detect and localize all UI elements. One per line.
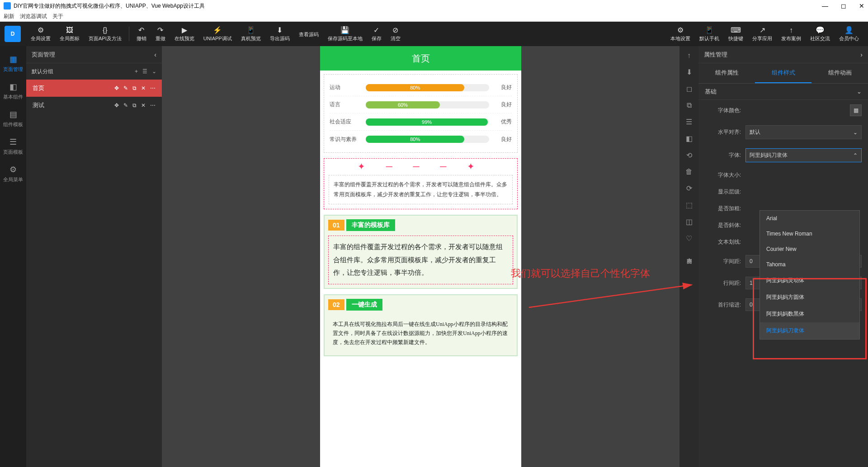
leftnav-组件模板[interactable]: ▤组件模板 <box>0 105 26 132</box>
chevron-down-icon[interactable]: ⌄ <box>857 88 862 95</box>
page-panel-header: 页面管理 ‹ <box>26 46 162 63</box>
maximize-icon[interactable]: ◻ <box>841 2 846 9</box>
right-tool-icon[interactable]: ⧉ <box>687 101 692 109</box>
tool-会员中心[interactable]: 👤会员中心 <box>835 26 863 42</box>
right-tool-icon[interactable]: ↑ <box>687 52 691 60</box>
tool-分享应用[interactable]: ↗分享应用 <box>748 26 777 42</box>
color-picker[interactable]: ▦ <box>850 104 862 116</box>
right-tool-icon[interactable]: ⟲ <box>686 151 692 160</box>
menu-refresh[interactable]: 刷新 <box>4 13 14 20</box>
tool-重做[interactable]: ↷重做 <box>151 26 170 42</box>
tool-本地设置[interactable]: ⚙本地设置 <box>666 26 695 42</box>
canvas: 首页 运动80%良好语言60%良好社会适应99%优秀常识与素养80%良好 ✦ ─… <box>162 46 679 467</box>
leftnav-全局菜单[interactable]: ⚙全局菜单 <box>0 160 26 188</box>
progress-row: 语言60%良好 <box>330 96 512 113</box>
leftnav-页面模板[interactable]: ☰页面模板 <box>0 132 26 160</box>
halign-value: 默认 <box>750 128 760 136</box>
right-tool-icon[interactable]: ◻ <box>686 85 692 93</box>
quote-card[interactable]: ✦ ─ ─ ─ ✦ 丰富的组件覆盖开发过程的各个需求，开发者可以随意组合组件库。… <box>324 158 518 209</box>
prop-tabs: 组件属性组件样式组件动画 <box>698 63 868 84</box>
close-icon[interactable]: ✕ <box>859 2 864 9</box>
leftnav-页面管理[interactable]: ▦页面管理 <box>0 50 26 77</box>
right-tool-icon[interactable]: ☰ <box>686 118 692 126</box>
tool-在线预览[interactable]: ▶在线预览 <box>170 26 199 42</box>
font-option[interactable]: Times New Roman <box>760 226 859 241</box>
tool-导出源码[interactable]: ⬇导出源码 <box>265 26 294 42</box>
tool-页面API及方法[interactable]: {}页面API及方法 <box>84 26 126 42</box>
page-item-测试[interactable]: 测试✥✎⧉✕⋯ <box>26 97 162 114</box>
progress-card[interactable]: 运动80%良好语言60%良好社会适应99%优秀常识与素养80%良好 <box>324 74 518 153</box>
prop-italic-label: 是否斜体: <box>705 222 745 229</box>
prop-letterspacing-label: 字间距: <box>705 258 745 265</box>
leftnav-基本组件[interactable]: ◧基本组件 <box>0 77 26 105</box>
menu-about[interactable]: 关于 <box>52 13 63 20</box>
tool-保存源码至本地[interactable]: 💾保存源码至本地 <box>323 26 367 42</box>
font-option[interactable]: 阿里妈妈刀隶体 <box>760 322 859 339</box>
tool-真机预览[interactable]: 📱真机预览 <box>236 26 265 42</box>
font-option[interactable]: Arial <box>760 211 859 226</box>
expand-icon[interactable]: › <box>860 51 863 58</box>
tool-查看源码[interactable]: 查看源码 <box>294 30 323 38</box>
right-tool-icon[interactable]: ⬚ <box>686 201 693 209</box>
section-card-1[interactable]: 01 丰富的模板库 丰富的组件覆盖开发过程的各个需求，开发者可以随意组合组件库。… <box>324 215 518 289</box>
right-tool-icon[interactable]: 🗑 <box>685 168 693 176</box>
right-tool-icon[interactable]: ♡ <box>686 234 692 243</box>
right-tool-icon[interactable]: ◫ <box>686 217 693 226</box>
tool-全局设置[interactable]: ⚙全局设置 <box>26 26 55 42</box>
copy-icon[interactable]: ⧉ <box>132 85 137 91</box>
move-icon[interactable]: ✥ <box>114 85 119 91</box>
menu-browser-debug[interactable]: 浏览器调试 <box>20 13 47 20</box>
edit-icon[interactable]: ✎ <box>123 85 128 91</box>
prop-section-basic[interactable]: 基础 ⌄ <box>698 84 868 100</box>
font-option[interactable]: Courier New <box>760 241 859 257</box>
prop-tab-组件属性[interactable]: 组件属性 <box>698 63 755 83</box>
font-select[interactable]: 阿里妈妈刀隶体 ⌃ <box>745 148 862 162</box>
page-group-row[interactable]: 默认分组 + ☰ ⌄ <box>26 63 162 80</box>
tool-默认手机[interactable]: 📱默认手机 <box>695 26 724 42</box>
delete-icon[interactable]: ✕ <box>141 102 146 108</box>
add-icon[interactable]: + <box>135 68 138 75</box>
copy-icon[interactable]: ⧉ <box>132 102 137 108</box>
font-dropdown[interactable]: ArialTimes New RomanCourier NewTahoma阿里妈… <box>760 210 860 340</box>
section-card-2[interactable]: 02 一键生成 本工具在线可视化拖拉布局后一键在线生成UniApp小程序的目录结… <box>324 294 518 356</box>
right-tool-icon[interactable]: ⬇ <box>686 68 692 76</box>
prop-decoration-label: 文本划线: <box>705 238 745 246</box>
tool-清空[interactable]: ⊘清空 <box>386 26 405 42</box>
phone-header: 首页 <box>320 46 521 71</box>
tool-撤销[interactable]: ↶撤销 <box>132 26 151 42</box>
page-item-首页[interactable]: 首页✥✎⧉✕⋯ <box>26 80 162 97</box>
move-icon[interactable]: ✥ <box>114 102 119 108</box>
section-title: 一键生成 <box>346 299 382 311</box>
right-tool-icon[interactable]: ⟳ <box>686 184 692 193</box>
tool-全局图标[interactable]: 🖼全局图标 <box>55 26 84 42</box>
edit-icon[interactable]: ✎ <box>123 102 128 108</box>
list-icon[interactable]: ☰ <box>142 68 147 75</box>
minimize-icon[interactable]: — <box>822 2 828 9</box>
font-option[interactable]: Tahoma <box>760 257 859 272</box>
halign-select[interactable]: 默认 ⌄ <box>745 125 862 139</box>
chevron-down-icon[interactable]: ⌄ <box>152 68 156 75</box>
right-tool-icon[interactable]: ◧ <box>686 134 693 143</box>
font-value: 阿里妈妈刀隶体 <box>750 151 788 159</box>
font-option[interactable]: 阿里妈妈数黑体 <box>760 306 859 322</box>
delete-icon[interactable]: ✕ <box>141 85 146 91</box>
font-option[interactable]: 阿里妈妈灵动体 <box>760 272 859 289</box>
tool-保存[interactable]: ✓保存 <box>367 26 386 42</box>
more-icon[interactable]: ⋯ <box>150 85 156 91</box>
prop-bold-label: 是否加粗: <box>705 205 745 212</box>
prop-tab-组件样式[interactable]: 组件样式 <box>755 63 811 83</box>
prop-tab-组件动画[interactable]: 组件动画 <box>811 63 868 83</box>
tool-发布案例[interactable]: ↑发布案例 <box>777 26 806 42</box>
tool-社区交流[interactable]: 💬社区交流 <box>806 26 835 42</box>
menubar: 刷新 浏览器调试 关于 <box>0 12 868 22</box>
prop-panel-title: 属性管理 <box>704 51 727 59</box>
collapse-icon[interactable]: ‹ <box>154 51 156 58</box>
progress-row: 常识与素养80%良好 <box>330 131 512 148</box>
more-icon[interactable]: ⋯ <box>150 102 156 108</box>
tool-快捷键[interactable]: ⌨快捷键 <box>724 26 748 42</box>
logo-icon[interactable]: D <box>5 26 21 42</box>
font-option[interactable]: 阿里妈妈方圆体 <box>760 289 859 306</box>
prop-fontsize-label: 字体大小: <box>705 171 745 179</box>
tool-UNIAPP调试[interactable]: ⚡UNIAPP调试 <box>199 26 236 42</box>
phone-title: 首页 <box>412 52 430 65</box>
